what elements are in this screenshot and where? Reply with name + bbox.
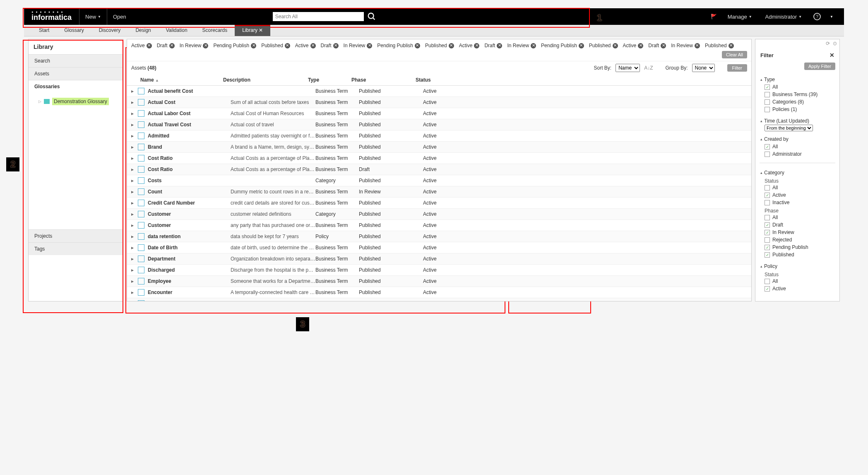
sort-az-icon[interactable]: A↓Z <box>644 65 653 71</box>
checkbox[interactable] <box>765 99 770 105</box>
table-row[interactable]: ▸CostsCategoryPublishedActive <box>127 175 751 186</box>
admin-button[interactable]: Administrator▼ <box>760 8 808 25</box>
time-select[interactable]: From the beginning <box>765 125 813 131</box>
tab-scorecards[interactable]: Scorecards <box>195 25 235 36</box>
checkbox[interactable] <box>765 185 770 190</box>
remove-chip-icon[interactable]: ✕ <box>449 43 454 48</box>
remove-chip-icon[interactable]: ✕ <box>613 43 618 48</box>
new-button[interactable]: New▼ <box>79 8 107 25</box>
table-row[interactable]: ▸BrandA brand is a Name, term, design, s… <box>127 142 751 153</box>
expand-icon[interactable]: ▸ <box>131 245 135 251</box>
table-row[interactable]: ▸DepartmentOrganization breakdown into s… <box>127 253 751 265</box>
filter-chip[interactable]: In Review ✕ <box>671 43 700 48</box>
remove-chip-icon[interactable]: ✕ <box>333 43 339 48</box>
checkbox[interactable] <box>765 144 770 149</box>
filter-option[interactable]: Draft <box>760 221 834 229</box>
expand-icon[interactable]: ▸ <box>131 200 135 206</box>
filter-option[interactable]: All <box>760 143 834 150</box>
expand-icon[interactable]: ▸ <box>131 122 135 128</box>
remove-chip-icon[interactable]: ✕ <box>203 43 208 48</box>
filter-option[interactable]: Business Terms (39) <box>760 91 834 98</box>
table-row[interactable]: ▸EmployeeSomeone that works for a Depart… <box>127 276 751 287</box>
chevron-down-icon[interactable]: ▼ <box>830 15 833 19</box>
filter-option[interactable]: Published <box>760 251 834 258</box>
filter-option[interactable]: Active <box>760 285 834 292</box>
checkbox[interactable] <box>765 92 770 97</box>
flag-icon[interactable]: 🚩 <box>711 14 717 19</box>
filter-option[interactable]: Policies (1) <box>760 106 834 113</box>
remove-chip-icon[interactable]: ✕ <box>169 43 175 48</box>
filter-chip[interactable]: In Review ✕ <box>344 43 373 48</box>
expand-icon[interactable]: ▸ <box>131 189 135 195</box>
help-icon[interactable]: ? <box>813 13 821 20</box>
filter-chip[interactable]: Published ✕ <box>425 43 454 48</box>
remove-chip-icon[interactable]: ✕ <box>497 43 502 48</box>
sidebar-item-assets[interactable]: Assets <box>29 67 123 80</box>
checkbox[interactable] <box>765 107 770 112</box>
filter-chip[interactable]: Active ✕ <box>623 43 644 48</box>
filter-chip[interactable]: Published ✕ <box>589 43 618 48</box>
checkbox[interactable] <box>765 84 770 90</box>
expand-icon[interactable]: ▷ <box>38 99 41 104</box>
checkbox[interactable] <box>765 152 770 157</box>
filter-option[interactable]: Pending Publish <box>760 244 834 251</box>
remove-chip-icon[interactable]: ✕ <box>251 43 256 48</box>
table-row[interactable]: ▸Customerany party that has purchased on… <box>127 220 751 231</box>
filter-chip[interactable]: Draft ✕ <box>157 43 175 48</box>
filter-chip[interactable]: Active ✕ <box>131 43 152 48</box>
checkbox[interactable] <box>765 237 770 243</box>
table-row[interactable]: ▸Actual Travel CostActual cost of travel… <box>127 119 751 130</box>
filter-chip[interactable]: In Review ✕ <box>180 43 209 48</box>
tab-validation[interactable]: Validation <box>159 25 195 36</box>
filter-chip[interactable]: Draft ✕ <box>321 43 339 48</box>
remove-chip-icon[interactable]: ✕ <box>695 43 700 48</box>
remove-chip-icon[interactable]: ✕ <box>579 43 584 48</box>
expand-icon[interactable]: ▸ <box>131 222 135 228</box>
col-type[interactable]: Type <box>308 77 351 83</box>
expand-icon[interactable]: ▸ <box>131 88 135 94</box>
search-input[interactable] <box>273 12 364 21</box>
expand-icon[interactable]: ▸ <box>131 111 135 116</box>
remove-chip-icon[interactable]: ✕ <box>531 43 536 48</box>
expand-icon[interactable]: ▸ <box>131 144 135 150</box>
expand-icon[interactable]: ▸ <box>131 234 135 239</box>
filter-option[interactable]: Administrator <box>760 150 834 158</box>
remove-chip-icon[interactable]: ✕ <box>638 43 643 48</box>
filter-chip[interactable]: Published ✕ <box>705 43 734 48</box>
remove-chip-icon[interactable]: ✕ <box>147 43 152 48</box>
sidebar-item-search[interactable]: Search <box>29 54 123 67</box>
sort-by-select[interactable]: Name <box>616 64 640 72</box>
tab-design[interactable]: Design <box>128 25 158 36</box>
filter-option[interactable]: All <box>760 277 834 285</box>
filter-chip[interactable]: Draft ✕ <box>484 43 502 48</box>
filter-policy-title[interactable]: Policy <box>760 262 834 270</box>
table-row[interactable]: ▸Credit Card Numbercredit card details a… <box>127 198 751 209</box>
remove-chip-icon[interactable]: ✕ <box>367 43 372 48</box>
tab-glossary[interactable]: Glossary <box>57 25 91 36</box>
tab-discovery[interactable]: Discovery <box>91 25 128 36</box>
filter-chip[interactable]: Draft ✕ <box>648 43 666 48</box>
checkbox[interactable] <box>765 252 770 258</box>
table-row[interactable]: ▸Cost RatioActual Costs as a percentage … <box>127 164 751 175</box>
filter-option[interactable]: All <box>760 184 834 191</box>
table-row[interactable]: ▸Actual benefit CostBusiness TermPublish… <box>127 86 751 97</box>
expand-icon[interactable]: ▸ <box>131 166 135 172</box>
filter-option[interactable]: All <box>760 83 834 91</box>
table-row[interactable]: ▸Actual CostSum of all actual costs befo… <box>127 97 751 108</box>
table-row[interactable]: ▸AdmittedAdmitted patients stay overnigh… <box>127 130 751 142</box>
close-icon[interactable]: ✕ <box>830 52 834 58</box>
expand-icon[interactable]: ▸ <box>131 178 135 183</box>
filter-chip[interactable]: Active ✕ <box>295 43 316 48</box>
tab-start[interactable]: Start <box>31 25 57 36</box>
filter-chip[interactable]: Active ✕ <box>459 43 480 48</box>
apply-filter-button[interactable]: Apply Filter <box>804 63 835 70</box>
expand-icon[interactable]: ▸ <box>131 289 135 295</box>
filter-option[interactable]: Categories (8) <box>760 98 834 106</box>
filter-option[interactable]: Rejected <box>760 236 834 244</box>
col-name[interactable]: Name ▲ <box>140 77 223 83</box>
expand-icon[interactable]: ▸ <box>131 211 135 217</box>
expand-icon[interactable]: ▸ <box>131 278 135 284</box>
expand-icon[interactable]: ▸ <box>131 267 135 273</box>
tab-library[interactable]: Library ✕ <box>235 25 270 36</box>
remove-chip-icon[interactable]: ✕ <box>310 43 316 48</box>
